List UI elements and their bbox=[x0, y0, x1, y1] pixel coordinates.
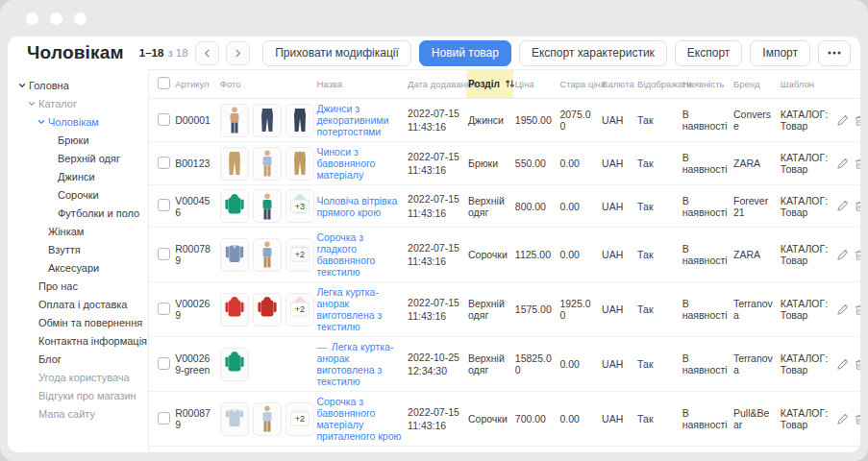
product-photo[interactable] bbox=[253, 104, 282, 137]
product-name-link[interactable]: Штани з бавовняного матеріалу прямого кр… bbox=[316, 450, 381, 452]
delete-button[interactable] bbox=[851, 198, 860, 215]
sidebar-item[interactable]: Джинси bbox=[8, 167, 148, 185]
export-attributes-button[interactable]: Експорт характеристик bbox=[519, 40, 667, 66]
hide-modifications-button[interactable]: Приховати модифікації bbox=[262, 40, 411, 66]
product-photo[interactable] bbox=[220, 238, 249, 272]
delete-button[interactable] bbox=[851, 155, 860, 172]
sidebar-item[interactable]: Аксесуари bbox=[8, 258, 148, 277]
product-name-link[interactable]: Легка куртка-анорак виготовлена з тексти… bbox=[316, 286, 382, 332]
edit-button[interactable] bbox=[833, 111, 851, 129]
cell-old-price: 1925.00 bbox=[558, 282, 600, 337]
cell-brand: Terranova bbox=[732, 282, 779, 337]
edit-button[interactable] bbox=[833, 301, 851, 318]
import-button[interactable]: Імпорт bbox=[750, 40, 810, 66]
product-photo[interactable] bbox=[220, 402, 249, 436]
more-photos-thumb[interactable]: +2 bbox=[285, 293, 314, 327]
new-product-button[interactable]: Новий товар bbox=[419, 40, 511, 66]
table-row: B00123Чиноси з бавовняного матеріалу2022… bbox=[149, 142, 860, 185]
cell-display: Так bbox=[635, 185, 681, 228]
product-photo[interactable] bbox=[253, 402, 282, 436]
row-checkbox[interactable] bbox=[158, 199, 170, 211]
edit-button[interactable] bbox=[833, 198, 851, 215]
sidebar-item[interactable]: Сорочки bbox=[8, 185, 148, 204]
sidebar-item[interactable]: Футболки и поло bbox=[8, 204, 148, 222]
product-photo[interactable] bbox=[285, 147, 314, 181]
sidebar-item[interactable]: Брюки bbox=[8, 131, 148, 149]
cell-old-price: 0.00 bbox=[558, 337, 600, 392]
column-header-template: Шаблон bbox=[779, 70, 832, 99]
row-checkbox[interactable] bbox=[158, 113, 170, 126]
sidebar-item[interactable]: Взуття bbox=[8, 240, 148, 258]
cell-currency: UAH bbox=[600, 392, 635, 447]
table-row: B000321+2Штани з бавовняного матеріалу п… bbox=[149, 447, 860, 453]
table-container: АртикулФотоНазваДата додаванняРозділЦіна… bbox=[148, 69, 860, 452]
product-photo[interactable] bbox=[253, 147, 282, 181]
more-photos-thumb[interactable]: +2 bbox=[285, 402, 314, 436]
product-photo[interactable] bbox=[220, 147, 249, 181]
sidebar-item[interactable]: Головна bbox=[8, 76, 148, 94]
more-photos-thumb[interactable]: +3 bbox=[285, 189, 314, 223]
sidebar-item[interactable]: Оплата і доставка bbox=[8, 295, 148, 313]
date-added: 2022-10-25 bbox=[408, 351, 462, 364]
sidebar-item[interactable]: Угода користувача bbox=[8, 368, 148, 386]
product-photo[interactable] bbox=[220, 189, 249, 223]
row-checkbox[interactable] bbox=[158, 357, 170, 370]
sidebar-item-label: Взуття bbox=[48, 244, 81, 255]
more-photos-badge: +2 bbox=[290, 303, 310, 317]
row-checkbox-cell bbox=[149, 447, 173, 453]
sidebar-item[interactable]: Каталог bbox=[8, 94, 148, 112]
edit-button[interactable] bbox=[833, 246, 851, 263]
sidebar-item-label: Про нас bbox=[38, 280, 78, 292]
table-row: R000879+2Сорочка з бавовняного матеріалу… bbox=[149, 392, 860, 447]
row-checkbox[interactable] bbox=[158, 412, 170, 425]
more-button[interactable] bbox=[818, 40, 851, 66]
cell-date: 2022-07-1511:43:16 bbox=[406, 99, 466, 142]
sidebar-item[interactable]: Верхній одяг bbox=[8, 149, 148, 167]
cell-article: V000456 bbox=[173, 185, 218, 228]
product-name-link[interactable]: Джинси з декоративними потертостями bbox=[316, 103, 388, 137]
product-photo[interactable] bbox=[220, 293, 249, 327]
sidebar-item[interactable]: Про нас bbox=[8, 277, 148, 295]
select-all-checkbox[interactable] bbox=[158, 77, 170, 89]
row-checkbox[interactable] bbox=[158, 303, 170, 315]
edit-button[interactable] bbox=[833, 155, 851, 172]
row-checkbox[interactable] bbox=[158, 157, 170, 169]
sidebar-item[interactable]: Мапа сайту bbox=[8, 404, 148, 423]
sidebar-item[interactable]: Жінкам bbox=[8, 222, 148, 240]
delete-button[interactable] bbox=[851, 355, 860, 373]
row-checkbox[interactable] bbox=[158, 248, 170, 260]
sidebar-item[interactable]: Чоловікам bbox=[8, 112, 148, 131]
product-name-link[interactable]: Чиноси з бавовняного матеріалу bbox=[316, 146, 375, 181]
window-dot[interactable] bbox=[50, 12, 62, 25]
window-dot[interactable] bbox=[74, 12, 87, 25]
cell-old-price: 2075.00 bbox=[558, 99, 600, 142]
product-photo[interactable] bbox=[220, 348, 249, 381]
delete-button[interactable] bbox=[851, 111, 860, 129]
product-name-link[interactable]: Сорочка з бавовняного матеріалу притален… bbox=[316, 396, 401, 442]
product-photo[interactable] bbox=[253, 238, 282, 272]
sidebar-item[interactable]: Обмін та повернення bbox=[8, 313, 148, 331]
product-name-link[interactable]: Чоловіча вітрівка прямого крою bbox=[316, 195, 397, 218]
sidebar-item[interactable]: Блог bbox=[8, 350, 148, 368]
product-photo[interactable] bbox=[253, 293, 282, 327]
delete-button[interactable] bbox=[851, 410, 860, 427]
sidebar-item-label: Брюки bbox=[58, 134, 89, 146]
product-photo[interactable] bbox=[253, 189, 282, 223]
more-photos-thumb[interactable]: +2 bbox=[285, 238, 314, 272]
column-header-section[interactable]: Розділ bbox=[466, 70, 513, 99]
next-page-button[interactable] bbox=[226, 41, 250, 65]
edit-button[interactable] bbox=[833, 355, 851, 373]
product-photo[interactable] bbox=[220, 104, 249, 137]
delete-button[interactable] bbox=[851, 301, 860, 318]
delete-button[interactable] bbox=[851, 246, 860, 263]
sidebar-item[interactable]: Відгуки про магазин bbox=[8, 386, 148, 404]
product-photo[interactable] bbox=[285, 104, 314, 137]
sort-icon[interactable] bbox=[505, 79, 515, 88]
product-name-link[interactable]: Сорочка з гладкого бавовняного текстилю bbox=[316, 231, 375, 278]
window-dot[interactable] bbox=[26, 12, 38, 25]
sidebar-item[interactable]: Контактна інформація bbox=[8, 331, 148, 350]
jacket-icon bbox=[222, 192, 247, 221]
export-button[interactable]: Експорт bbox=[675, 40, 742, 66]
edit-button[interactable] bbox=[833, 410, 851, 427]
prev-page-button[interactable] bbox=[195, 41, 219, 65]
